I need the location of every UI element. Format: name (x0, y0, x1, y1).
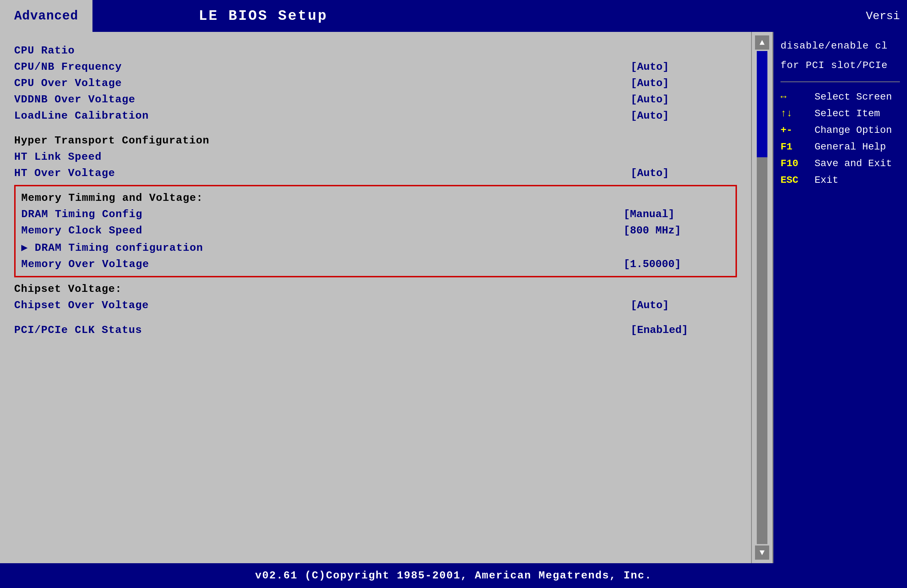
loadline-calibration-value: [Auto] (631, 110, 737, 122)
footer-text: v02.61 (C)Copyright 1985-2001, American … (255, 570, 652, 582)
memory-section-header: Memory Timming and Voltage: (21, 192, 203, 204)
cpu-ratio-label: CPU Ratio (14, 45, 75, 57)
chipset-over-voltage-value: [Auto] (631, 299, 737, 311)
key-select-screen-desc: Select Screen (814, 91, 892, 103)
bios-screen: Advanced LE BIOS Setup Versi CPU Ratio C… (0, 0, 907, 588)
footer-bar: v02.61 (C)Copyright 1985-2001, American … (0, 563, 907, 588)
chipset-over-voltage-item[interactable]: Chipset Over Voltage [Auto] (14, 297, 737, 314)
header-bar: Advanced LE BIOS Setup Versi (0, 0, 907, 32)
key-general-help-key: F1 (780, 141, 809, 152)
pci-pcie-clk-label: PCI/PCIe CLK Status (14, 324, 142, 336)
help-panel: disable/enable cl for PCI slot/PCIe ↔ Se… (772, 32, 907, 563)
bios-title: LE BIOS Setup (93, 0, 866, 32)
key-select-item: ↑↓ Select Item (780, 108, 900, 119)
key-select-item-key: ↑↓ (780, 108, 809, 119)
memory-clock-speed-item[interactable]: Memory Clock Speed [800 MHz] (21, 223, 730, 239)
chipset-over-voltage-label: Chipset Over Voltage (14, 299, 149, 311)
help-divider (780, 82, 900, 82)
chipset-section-header: Chipset Voltage: (14, 283, 122, 295)
chipset-section-header-item: Chipset Voltage: (14, 281, 737, 297)
memory-clock-speed-value: [800 MHz] (623, 224, 730, 237)
vddnb-over-voltage-item[interactable]: VDDNB Over Voltage [Auto] (14, 91, 737, 108)
ht-link-speed-label: HT Link Speed (14, 151, 102, 163)
ht-over-voltage-value: [Auto] (631, 167, 737, 179)
ht-section-header: Hyper Transport Configuration (14, 135, 209, 147)
help-description-line2: for PCI slot/PCIe (780, 58, 900, 72)
dram-timing-configuration-label: ▶ DRAM Timing configuration (21, 241, 203, 254)
vddnb-over-voltage-label: VDDNB Over Voltage (14, 93, 135, 106)
key-change-option-key: +- (780, 125, 809, 136)
key-save-exit: F10 Save and Exit (780, 158, 900, 169)
scroll-up-arrow[interactable]: ▲ (755, 35, 769, 50)
memory-section-header-item: Memory Timming and Voltage: (21, 190, 730, 206)
key-general-help: F1 General Help (780, 141, 900, 152)
help-description-line1: disable/enable cl (780, 39, 900, 53)
key-save-exit-desc: Save and Exit (814, 158, 892, 169)
pci-pcie-clk-item[interactable]: PCI/PCIe CLK Status [Enabled] (14, 322, 737, 338)
cpu-over-voltage-label: CPU Over Voltage (14, 77, 122, 89)
scroll-track[interactable] (757, 51, 768, 544)
advanced-tab[interactable]: Advanced (0, 0, 93, 32)
key-select-screen: ↔ Select Screen (780, 91, 900, 103)
key-exit: ESC Exit (780, 175, 900, 186)
key-save-exit-key: F10 (780, 158, 809, 169)
memory-over-voltage-item[interactable]: Memory Over Voltage [1.50000] (21, 256, 730, 272)
memory-section: Memory Timming and Voltage: DRAM Timing … (14, 185, 737, 277)
ht-over-voltage-label: HT Over Voltage (14, 167, 115, 179)
pci-pcie-clk-value: [Enabled] (631, 324, 737, 336)
content-panel: CPU Ratio CPU/NB Frequency [Auto] CPU Ov… (0, 32, 751, 563)
dram-timing-config-value: [Manual] (623, 208, 730, 220)
dram-timing-config-label: DRAM Timing Config (21, 208, 143, 220)
cpu-over-voltage-item[interactable]: CPU Over Voltage [Auto] (14, 75, 737, 91)
main-area: CPU Ratio CPU/NB Frequency [Auto] CPU Ov… (0, 32, 907, 563)
key-select-item-desc: Select Item (814, 108, 880, 119)
ht-over-voltage-item[interactable]: HT Over Voltage [Auto] (14, 165, 737, 181)
version-label: Versi (866, 0, 907, 32)
loadline-calibration-label: LoadLine Calibration (14, 110, 149, 122)
dram-timing-config-item[interactable]: DRAM Timing Config [Manual] (21, 206, 730, 223)
key-exit-key: ESC (780, 175, 809, 186)
dram-timing-configuration-item[interactable]: ▶ DRAM Timing configuration (21, 239, 730, 256)
scroll-thumb[interactable] (757, 51, 768, 157)
ht-link-speed-item[interactable]: HT Link Speed (14, 149, 737, 165)
key-change-option-desc: Change Option (814, 125, 892, 136)
memory-clock-speed-label: Memory Clock Speed (21, 224, 143, 237)
key-change-option: +- Change Option (780, 125, 900, 136)
cpu-nb-freq-label: CPU/NB Frequency (14, 61, 122, 73)
cpu-nb-freq-value: [Auto] (631, 61, 737, 73)
scroll-down-arrow[interactable]: ▼ (755, 545, 769, 560)
vddnb-over-voltage-value: [Auto] (631, 93, 737, 106)
cpu-ratio-item[interactable]: CPU Ratio (14, 43, 737, 59)
ht-section-header-item: Hyper Transport Configuration (14, 133, 737, 149)
memory-over-voltage-label: Memory Over Voltage (21, 258, 149, 270)
scrollbar[interactable]: ▲ ▼ (751, 32, 772, 563)
key-exit-desc: Exit (814, 175, 838, 186)
cpu-over-voltage-value: [Auto] (631, 77, 737, 89)
memory-over-voltage-value: [1.50000] (623, 258, 730, 270)
key-general-help-desc: General Help (814, 141, 886, 152)
key-select-screen-key: ↔ (780, 91, 809, 103)
loadline-calibration-item[interactable]: LoadLine Calibration [Auto] (14, 108, 737, 124)
cpu-nb-freq-item[interactable]: CPU/NB Frequency [Auto] (14, 59, 737, 75)
